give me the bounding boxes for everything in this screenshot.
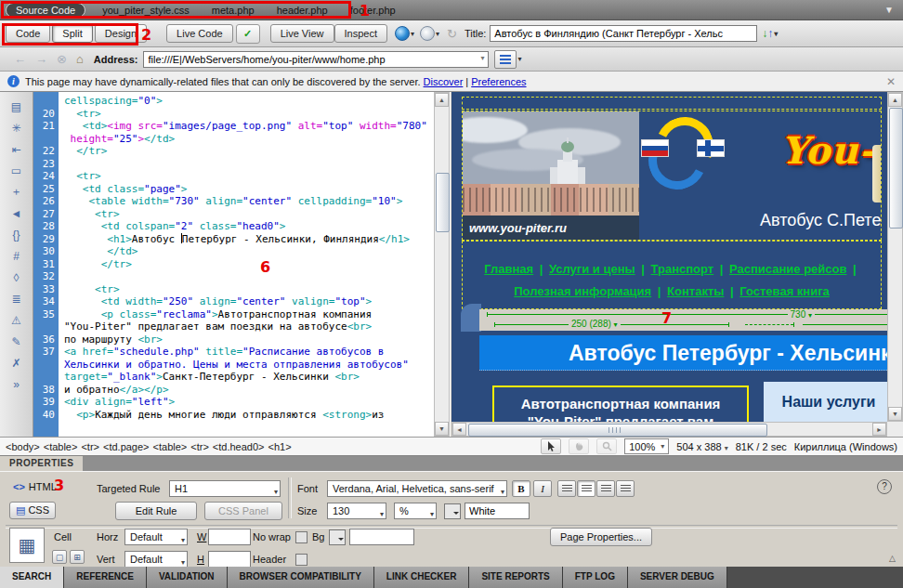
code-navigator-icon[interactable]: ✳ <box>6 117 28 138</box>
help-icon[interactable]: ? <box>877 479 892 494</box>
forward-icon[interactable]: → <box>35 52 47 66</box>
code-line[interactable]: target="_blank">Санкт-Петербург - Хельси… <box>59 371 360 384</box>
html-mode-button[interactable]: <>HTML <box>13 481 57 492</box>
tag-selector-item[interactable]: <table> <box>153 441 188 452</box>
code-vertical-scrollbar[interactable]: ▲ ▼ <box>434 92 450 437</box>
horz-select[interactable]: Default▾ <box>124 529 188 545</box>
design-vertical-scrollbar[interactable]: ▲ ▼ <box>887 92 903 422</box>
scroll-left-icon[interactable]: ◄ <box>452 423 466 436</box>
results-tab[interactable]: LINK CHECKER <box>374 567 470 588</box>
expand-all-icon[interactable]: ＋ <box>6 181 28 203</box>
nowrap-checkbox[interactable] <box>295 531 308 543</box>
file-transfer-button[interactable]: ↓ ↑ ▾ <box>762 27 778 40</box>
css-panel-button[interactable]: CSS Panel <box>204 502 282 520</box>
related-file-tab[interactable]: you_piter_style.css <box>91 5 201 16</box>
results-tab[interactable]: REFERENCE <box>64 567 147 588</box>
design-hscroll-thumb[interactable] <box>468 424 767 437</box>
code-view-button[interactable]: Code <box>6 24 50 43</box>
open-documents-icon[interactable]: ▤ <box>6 96 28 117</box>
results-tab[interactable]: VALIDATION <box>147 567 228 588</box>
line-numbers-icon[interactable]: # <box>6 245 28 267</box>
tag-selector-item[interactable]: <table> <box>44 441 78 452</box>
nav-link[interactable]: Гостевая книга <box>739 284 830 298</box>
edit-rule-button[interactable]: Edit Rule <box>115 502 197 520</box>
page-properties-button[interactable]: Page Properties... <box>550 528 652 546</box>
select-parent-tag-icon[interactable]: ◄ <box>6 203 28 224</box>
size-unit-select[interactable]: %▾ <box>394 503 437 519</box>
nav-link[interactable]: Транспорт <box>651 262 714 276</box>
inspect-button[interactable]: Inspect <box>334 24 387 43</box>
zoom-tool-button[interactable] <box>596 438 617 454</box>
code-line[interactable]: по маршруту <br> <box>59 333 163 346</box>
hand-tool-button[interactable] <box>569 438 589 454</box>
bold-button[interactable]: B <box>512 480 530 497</box>
code-line[interactable]: <td class="page"> <box>59 183 187 196</box>
tag-selector-item[interactable]: <td.page> <box>103 441 150 452</box>
design-view-button[interactable]: Design <box>95 24 147 43</box>
design-view-pane[interactable]: www.you-piter.ru You-Piter Автобус С.Пет… <box>452 92 903 437</box>
tag-selector-item[interactable]: <h1> <box>268 441 292 452</box>
related-file-tab[interactable]: header.php <box>266 5 339 16</box>
code-line[interactable]: <tr> <box>59 108 101 121</box>
nav-link[interactable]: Главная <box>484 262 533 276</box>
code-scroll-thumb[interactable] <box>436 173 450 232</box>
address-dropdown-icon[interactable]: ▾ <box>480 54 484 62</box>
select-tool-button[interactable] <box>541 438 561 454</box>
code-line[interactable] <box>59 158 64 171</box>
nav-link[interactable]: Расписание рейсов <box>729 262 846 276</box>
zoom-level-select[interactable]: 100%▾ <box>624 438 669 454</box>
height-field[interactable] <box>208 551 251 568</box>
code-line[interactable]: <div align="left"> <box>59 396 175 409</box>
scroll-down-icon[interactable]: ▼ <box>435 422 449 436</box>
related-file-tab[interactable]: footer.php <box>339 5 407 16</box>
syntax-error-alerts-icon[interactable]: ⚠ <box>6 309 28 331</box>
title-input[interactable] <box>490 25 757 42</box>
code-line[interactable]: "You-Piter" предлагает вам поездки на ав… <box>59 320 372 333</box>
tag-selector-item[interactable]: <tr> <box>190 441 209 452</box>
results-tab[interactable]: SEARCH <box>0 567 64 588</box>
code-line[interactable]: <p>Каждый день многие люди отправляются … <box>59 409 384 422</box>
word-wrap-icon[interactable]: ≣ <box>6 288 28 309</box>
results-tab[interactable]: FTP LOG <box>563 567 628 588</box>
file-list-button[interactable] <box>494 50 517 69</box>
related-file-tab[interactable]: meta.php <box>201 5 266 16</box>
address-input[interactable] <box>143 51 489 68</box>
check-browser-compatibility-icon[interactable]: ✓ <box>236 24 260 44</box>
more-icon[interactable]: » <box>6 373 28 395</box>
tag-selector-item[interactable]: <body> <box>6 441 40 452</box>
design-horizontal-scrollbar[interactable]: ◄ ► <box>452 422 887 437</box>
stop-icon[interactable]: ⊗ <box>57 52 67 66</box>
nav-link[interactable]: Услуги и цены <box>549 262 635 276</box>
split-view-button[interactable]: Split <box>52 24 92 43</box>
bg-color-field[interactable] <box>349 529 414 545</box>
tag-selector-item[interactable]: <tr> <box>81 441 99 452</box>
css-mode-button[interactable]: ▤ CSS <box>9 502 56 519</box>
collapse-panel-icon[interactable]: △ <box>889 554 896 563</box>
font-select[interactable]: Verdana, Arial, Helvetica, sans-serif▾ <box>327 480 507 497</box>
code-line[interactable]: и обратно</a></p> <box>59 384 169 397</box>
code-line[interactable] <box>59 270 64 283</box>
code-line[interactable]: height="25"></td> <box>59 133 175 146</box>
code-line[interactable]: <td><img src="images/page_top.png" alt="… <box>59 120 427 133</box>
live-view-button[interactable]: Live View <box>270 24 334 43</box>
preferences-link[interactable]: Preferences <box>471 76 526 87</box>
vert-select[interactable]: Default▾ <box>124 551 188 568</box>
text-color-swatch[interactable] <box>444 503 461 519</box>
remove-comment-icon[interactable]: ✗ <box>6 352 28 373</box>
results-tab[interactable]: SERVER DEBUG <box>628 567 727 588</box>
code-line[interactable]: <td width="250" align="center" valign="t… <box>59 295 372 308</box>
apply-comment-icon[interactable]: ✎ <box>6 331 28 352</box>
split-cell-icon[interactable]: ⊞ <box>70 550 85 564</box>
code-line[interactable]: <td colspan="2" class="head0"> <box>59 220 285 233</box>
code-line[interactable]: <tr> <box>59 283 120 296</box>
design-canvas[interactable]: www.you-piter.ru You-Piter Автобус С.Пет… <box>452 92 887 422</box>
window-size-select[interactable]: 504 x 388 ▾ <box>676 441 727 452</box>
table-width-indicator-bar[interactable]: 730 ▾ 250 (288) ▾ <box>479 309 887 331</box>
back-icon[interactable]: ← <box>14 52 26 66</box>
code-line[interactable]: <h1>Автобус Петербург - Хельсинки, Финля… <box>59 233 410 246</box>
scroll-right-icon[interactable]: ► <box>872 423 886 436</box>
align-right-button[interactable] <box>596 480 615 497</box>
nav-link[interactable]: Полезная информация <box>514 284 651 298</box>
code-line[interactable]: </tr> <box>59 145 107 158</box>
home-icon[interactable]: ⌂ <box>76 52 84 66</box>
